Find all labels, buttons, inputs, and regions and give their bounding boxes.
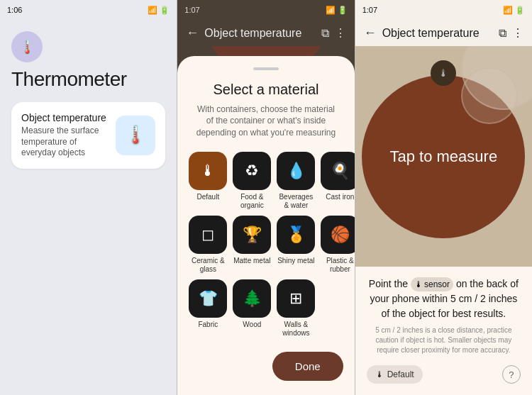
panel-thermometer-home: 1:06 📶 🔋 🌡️ Thermometer Object temperatu… bbox=[0, 0, 177, 395]
material-btn-matte[interactable]: 🏆 bbox=[233, 216, 271, 254]
camera-area-3: 🌡 Tap to measure bbox=[355, 46, 532, 267]
app-title: Thermometer bbox=[11, 68, 165, 91]
panel-select-material: 1:07 📶 🔋 ← Object temperature ⧉ ⋮ 🌡 Sele… bbox=[177, 0, 354, 395]
wifi-icon-2: 📶 bbox=[326, 6, 336, 15]
material-item-beverages[interactable]: 💧 Beverages & water bbox=[277, 152, 315, 210]
material-sheet: Select a material With containers, choos… bbox=[177, 56, 354, 395]
thermometer-icon: 🌡️ bbox=[18, 38, 36, 55]
p3-header: ← Object temperature ⧉ ⋮ bbox=[355, 20, 532, 46]
p3-info-main: Point the 🌡 sensor on the back of your p… bbox=[367, 277, 521, 321]
material-item-plastic[interactable]: 🏀 Plastic & rubber bbox=[321, 216, 354, 274]
default-material-badge[interactable]: 🌡 Default bbox=[367, 365, 423, 384]
material-label-food: Food & organic bbox=[233, 193, 271, 210]
brown-circle-2 bbox=[202, 46, 330, 56]
battery-icon-3: 🔋 bbox=[515, 6, 525, 15]
material-label-walls: Walls & windows bbox=[277, 321, 315, 338]
feature-card-text: Object temperature Measure the surface t… bbox=[21, 112, 109, 159]
sheet-subtitle: With containers, choose the material of … bbox=[189, 104, 343, 139]
material-item-castiron[interactable]: 🍳 Cast iron bbox=[321, 152, 354, 210]
sheet-title: Select a material bbox=[189, 82, 343, 98]
material-label-beverages: Beverages & water bbox=[277, 193, 315, 210]
copy-icon-2[interactable]: ⧉ bbox=[321, 27, 329, 40]
material-label-shiny: Shiny metal bbox=[277, 257, 314, 265]
back-button-2[interactable]: ← bbox=[186, 26, 199, 40]
help-icon: ? bbox=[509, 369, 514, 380]
status-icons-3: 📶 🔋 bbox=[503, 6, 525, 15]
material-label-castiron: Cast iron bbox=[326, 193, 354, 201]
material-label-plastic: Plastic & rubber bbox=[321, 257, 354, 274]
feature-card-desc: Measure the surface temperature of every… bbox=[21, 126, 109, 159]
material-item-shiny[interactable]: 🏅 Shiny metal bbox=[277, 216, 315, 274]
status-icons-1: 📶 🔋 bbox=[148, 6, 170, 15]
material-label-matte: Matte metal bbox=[233, 257, 270, 265]
material-label-ceramic: Ceramic & glass bbox=[189, 257, 227, 274]
top-nav-2: ← Object temperature ⧉ ⋮ bbox=[177, 20, 354, 46]
info-text-1: Point the bbox=[369, 278, 411, 289]
help-button[interactable]: ? bbox=[502, 365, 521, 384]
wifi-icon-3: 📶 bbox=[503, 6, 513, 15]
battery-icon-2: 🔋 bbox=[338, 6, 348, 15]
feature-card-icon: 🌡️ bbox=[116, 116, 155, 155]
material-btn-ceramic[interactable]: ◻ bbox=[189, 216, 227, 254]
material-btn-food[interactable]: ♻ bbox=[233, 152, 271, 190]
sheet-handle bbox=[253, 67, 279, 70]
material-btn-beverages[interactable]: 💧 bbox=[277, 152, 315, 190]
p3-bottom: 🌡 Default ? bbox=[367, 362, 521, 386]
time-display-2: 1:07 bbox=[184, 6, 199, 14]
done-button[interactable]: Done bbox=[272, 352, 343, 381]
status-time-1: 1:06 bbox=[7, 6, 22, 14]
nav-title-3: Object temperature bbox=[382, 27, 493, 40]
material-btn-default[interactable]: 🌡 bbox=[189, 152, 227, 190]
tap-to-measure-label: Tap to measure bbox=[389, 148, 497, 166]
panel-1-content: 🌡️ Thermometer Object temperature Measur… bbox=[0, 20, 177, 395]
more-icon-3[interactable]: ⋮ bbox=[512, 26, 523, 40]
p3-actions: ⧉ ⋮ bbox=[499, 26, 523, 40]
p3-info-area: Point the 🌡 sensor on the back of your p… bbox=[355, 267, 532, 395]
material-btn-fabric[interactable]: 👕 bbox=[189, 279, 227, 318]
material-btn-wood[interactable]: 🌲 bbox=[233, 279, 271, 318]
nav-title-2: Object temperature bbox=[204, 27, 315, 40]
time-display-1: 1:06 bbox=[7, 6, 22, 14]
material-btn-plastic[interactable]: 🏀 bbox=[321, 216, 354, 254]
camera-preview-2: 🌡 bbox=[177, 46, 354, 56]
sensor-thermometer-icon: 🌡 bbox=[438, 67, 448, 79]
wifi-icon: 📶 bbox=[148, 6, 157, 15]
deco-circle-small bbox=[461, 67, 518, 124]
back-button-3[interactable]: ← bbox=[364, 26, 377, 40]
sensor-badge-icon: 🌡 bbox=[414, 278, 423, 291]
panel-tap-measure: 1:07 📶 🔋 ← Object temperature ⧉ ⋮ 🌡 Tap … bbox=[355, 0, 532, 395]
status-icons-2: 📶 🔋 bbox=[326, 6, 348, 15]
material-label-default: Default bbox=[196, 193, 219, 201]
material-item-food[interactable]: ♻ Food & organic bbox=[233, 152, 271, 210]
status-bar-2: 1:07 📶 🔋 bbox=[177, 0, 354, 20]
status-time-3: 1:07 bbox=[362, 6, 377, 14]
material-btn-walls[interactable]: ⊞ bbox=[277, 279, 315, 318]
default-badge-icon: 🌡 bbox=[375, 369, 384, 379]
material-grid: 🌡 Default ♻ Food & organic 💧 Beverages &… bbox=[189, 152, 343, 338]
app-icon: 🌡️ bbox=[11, 31, 43, 62]
material-item-matte[interactable]: 🏆 Matte metal bbox=[233, 216, 271, 274]
default-badge-label: Default bbox=[387, 369, 414, 379]
feature-card-object-temp[interactable]: Object temperature Measure the surface t… bbox=[11, 102, 165, 169]
feature-card-title: Object temperature bbox=[21, 112, 109, 123]
material-btn-shiny[interactable]: 🏅 bbox=[277, 216, 315, 254]
material-label-fabric: Fabric bbox=[198, 321, 218, 329]
material-item-ceramic[interactable]: ◻ Ceramic & glass bbox=[189, 216, 227, 274]
material-item-default[interactable]: 🌡 Default bbox=[189, 152, 227, 210]
status-time-2: 1:07 bbox=[184, 6, 199, 14]
material-item-fabric[interactable]: 👕 Fabric bbox=[189, 279, 227, 338]
copy-icon-3[interactable]: ⧉ bbox=[499, 27, 506, 40]
material-item-wood[interactable]: 🌲 Wood bbox=[233, 279, 271, 338]
sensor-icon-top: 🌡 bbox=[431, 60, 456, 86]
time-display-3: 1:07 bbox=[362, 6, 377, 14]
nav-actions-2: ⧉ ⋮ bbox=[321, 26, 346, 40]
battery-icon: 🔋 bbox=[160, 6, 170, 15]
more-icon-2[interactable]: ⋮ bbox=[335, 26, 346, 40]
status-bar-1: 1:06 📶 🔋 bbox=[0, 0, 177, 20]
material-label-wood: Wood bbox=[243, 321, 261, 329]
material-item-walls[interactable]: ⊞ Walls & windows bbox=[277, 279, 315, 338]
status-bar-3: 1:07 📶 🔋 bbox=[355, 0, 532, 20]
sensor-badge-label: sensor bbox=[424, 278, 450, 291]
p3-info-small: 5 cm / 2 inches is a close distance, pra… bbox=[367, 326, 521, 355]
material-btn-castiron[interactable]: 🍳 bbox=[321, 152, 354, 190]
